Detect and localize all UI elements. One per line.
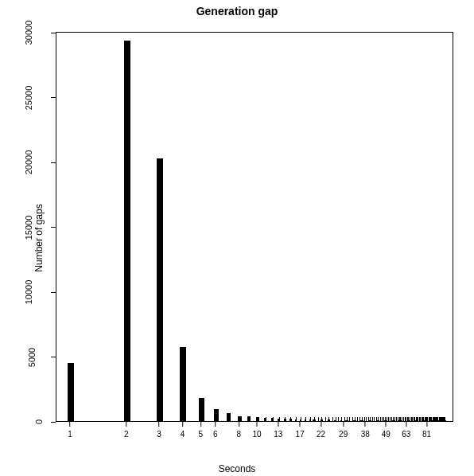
bar bbox=[383, 420, 387, 421]
x-tick: 10 bbox=[252, 422, 261, 439]
x-tick-mark bbox=[70, 422, 71, 427]
bars-layer bbox=[56, 33, 453, 421]
x-tick-label: 38 bbox=[361, 430, 370, 439]
x-tick-mark bbox=[257, 422, 258, 427]
x-tick-label: 49 bbox=[382, 430, 390, 439]
bar bbox=[305, 419, 306, 421]
bar bbox=[157, 158, 163, 421]
x-tick-mark bbox=[406, 422, 406, 427]
y-tick-label: 10000 bbox=[25, 280, 34, 305]
bar bbox=[369, 420, 372, 421]
bar bbox=[313, 419, 316, 421]
x-tick-mark bbox=[200, 422, 201, 427]
bar bbox=[256, 417, 259, 421]
x-tick: 3 bbox=[157, 422, 161, 439]
bar bbox=[353, 420, 356, 421]
x-tick-label: 1 bbox=[68, 430, 72, 439]
x-tick: 13 bbox=[274, 422, 282, 439]
bar bbox=[300, 419, 301, 421]
x-tick-label: 2 bbox=[124, 430, 129, 439]
x-tick-mark bbox=[215, 422, 216, 427]
x-tick: 6 bbox=[213, 422, 218, 439]
bar bbox=[321, 419, 323, 421]
x-tick: 8 bbox=[236, 422, 241, 439]
bar bbox=[328, 419, 330, 421]
chart-title: Generation gap bbox=[0, 5, 474, 18]
bar bbox=[284, 419, 286, 421]
bar bbox=[430, 420, 433, 421]
x-axis: 1234568101317222938496381 bbox=[56, 422, 453, 454]
y-tick: 25000 bbox=[17, 93, 56, 103]
x-tick: 2 bbox=[124, 422, 129, 439]
bar bbox=[309, 419, 311, 421]
y-tick: 20000 bbox=[17, 158, 56, 167]
bar bbox=[271, 418, 274, 421]
x-tick-label: 13 bbox=[274, 430, 282, 439]
bar bbox=[295, 419, 297, 421]
bar bbox=[199, 398, 204, 421]
x-tick-label: 10 bbox=[252, 430, 261, 439]
x-tick-label: 5 bbox=[198, 430, 203, 439]
x-axis-label: Seconds bbox=[0, 463, 474, 474]
bar bbox=[264, 418, 266, 421]
bar bbox=[414, 420, 418, 421]
bar bbox=[345, 420, 348, 421]
bar bbox=[214, 409, 219, 421]
x-tick-mark bbox=[126, 422, 126, 427]
bar bbox=[334, 420, 336, 421]
chart-container: Generation gap Number of gaps Seconds 05… bbox=[0, 0, 474, 476]
x-tick: 29 bbox=[339, 422, 348, 439]
x-tick-label: 17 bbox=[296, 430, 305, 439]
x-tick: 5 bbox=[198, 422, 203, 439]
x-tick-mark bbox=[159, 422, 160, 427]
x-tick: 81 bbox=[422, 422, 431, 439]
bar bbox=[377, 420, 379, 421]
y-axis: 050001000015000200002500030000 bbox=[24, 32, 56, 422]
x-tick-label: 4 bbox=[181, 430, 185, 439]
bar bbox=[289, 419, 292, 421]
x-tick: 63 bbox=[402, 422, 410, 439]
bar bbox=[247, 416, 251, 421]
bar bbox=[124, 41, 130, 421]
bar bbox=[227, 413, 231, 421]
y-tick: 30000 bbox=[17, 28, 56, 37]
x-tick-label: 8 bbox=[236, 430, 241, 439]
bar bbox=[68, 363, 74, 421]
bar bbox=[360, 420, 363, 421]
y-tick: 5000 bbox=[22, 353, 56, 362]
bar bbox=[444, 420, 446, 421]
y-tick-label: 30000 bbox=[25, 21, 34, 45]
plot-area bbox=[56, 32, 453, 422]
x-tick: 38 bbox=[361, 422, 370, 439]
bar bbox=[398, 420, 402, 421]
x-tick-mark bbox=[365, 422, 366, 427]
x-tick: 22 bbox=[317, 422, 325, 439]
x-tick: 1 bbox=[68, 422, 72, 439]
bar bbox=[437, 420, 440, 421]
x-tick-label: 3 bbox=[157, 430, 161, 439]
x-tick-mark bbox=[321, 422, 321, 427]
x-tick-label: 81 bbox=[422, 430, 431, 439]
bar bbox=[407, 420, 410, 421]
x-tick-mark bbox=[182, 422, 183, 427]
y-tick: 15000 bbox=[17, 223, 56, 232]
x-tick: 49 bbox=[382, 422, 390, 439]
x-tick: 17 bbox=[296, 422, 305, 439]
bar bbox=[340, 420, 343, 421]
bar bbox=[391, 420, 394, 421]
bar bbox=[180, 347, 186, 421]
y-tick-label: 20000 bbox=[25, 150, 34, 175]
x-tick-mark bbox=[278, 422, 278, 427]
y-tick-label: 0 bbox=[34, 419, 44, 424]
bar bbox=[422, 420, 425, 421]
x-tick-mark bbox=[300, 422, 301, 427]
x-tick-mark bbox=[343, 422, 344, 427]
y-tick-label: 25000 bbox=[25, 85, 34, 110]
x-tick-mark bbox=[239, 422, 239, 427]
y-tick: 10000 bbox=[17, 287, 56, 297]
x-tick-mark bbox=[426, 422, 427, 427]
y-tick: 0 bbox=[37, 417, 56, 427]
bar bbox=[278, 419, 280, 421]
x-tick-label: 29 bbox=[339, 430, 348, 439]
y-tick-label: 5000 bbox=[27, 347, 37, 366]
